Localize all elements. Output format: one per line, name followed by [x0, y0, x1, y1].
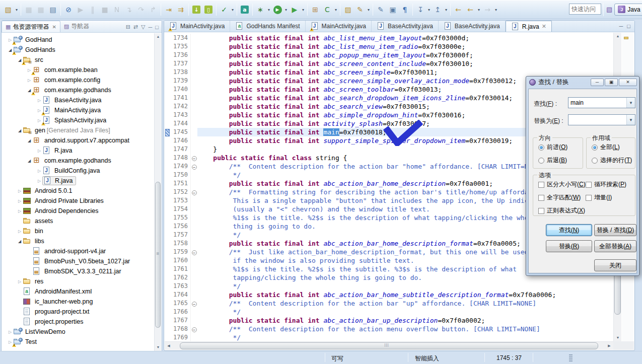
code-text[interactable]: public static final int abc_list_menu_it…: [197, 42, 613, 51]
check-unchecked-icon[interactable]: [586, 195, 592, 201]
code-line-1738[interactable]: 1738 public static final int abc_screen_…: [165, 68, 613, 77]
use-step-filters-button[interactable]: ⇉: [175, 4, 187, 16]
editor-tab-r-java[interactable]: JR.java✕: [506, 21, 552, 32]
scrollbar-thumb[interactable]: [155, 182, 161, 328]
marker-bar[interactable]: [165, 154, 170, 162]
check-unchecked-icon[interactable]: [586, 182, 592, 188]
new-wizard-dropdown-icon[interactable]: ▾: [14, 8, 19, 12]
new-java-project-button[interactable]: ⊞: [309, 4, 321, 16]
find-button[interactable]: 查找(N): [546, 224, 592, 236]
code-line-1767[interactable]: 1767 public static final int abc_action_…: [165, 316, 613, 325]
tree-item-com-example-godhands[interactable]: ◢⊞com.example.godhands: [2, 85, 154, 95]
code-line-1764[interactable]: 1764 public static final int abc_action_…: [165, 290, 613, 299]
expander-closed-icon[interactable]: ▷: [17, 279, 23, 284]
next-annotation-button[interactable]: ↧: [414, 4, 426, 16]
chevron-down-icon[interactable]: ▼: [626, 98, 635, 108]
maximize-icon[interactable]: □: [627, 23, 630, 29]
run-android-lint-button[interactable]: ✓: [218, 4, 230, 16]
code-line-1768[interactable]: 1768− /** Content description for the ac…: [165, 325, 613, 333]
marker-bar[interactable]: [165, 256, 170, 265]
tree-item-baseactivity-java[interactable]: ▷JBaseActivity.java: [2, 95, 154, 105]
scope-option-0[interactable]: 全部(L): [592, 143, 620, 152]
code-line-1736[interactable]: 1736 public static final int abc_popup_m…: [165, 51, 613, 59]
fold-collapse-icon[interactable]: −: [191, 188, 197, 196]
sidebar-scrollbar[interactable]: ▲ ▼: [154, 33, 161, 351]
step-return-button[interactable]: ↱: [147, 4, 159, 16]
marker-bar[interactable]: [165, 77, 170, 85]
fold-collapse-icon[interactable]: −: [191, 248, 197, 256]
previous-annotation-button[interactable]: ↥: [432, 4, 444, 16]
chevron-down-icon[interactable]: ▼: [626, 115, 635, 125]
radio-unchecked-icon[interactable]: [592, 158, 598, 164]
code-text[interactable]: /** Content description for the action m…: [197, 325, 613, 333]
marker-bar[interactable]: [165, 205, 170, 213]
tree-item-r-java[interactable]: ▷JR.java: [2, 176, 154, 186]
dialog-minimize-button[interactable]: ─: [591, 79, 604, 86]
code-text[interactable]: */: [197, 282, 613, 290]
tree-item-com-example-bean[interactable]: ▷⊞com.example.bean: [2, 65, 154, 75]
forward-button[interactable]: →: [481, 4, 493, 16]
code-text[interactable]: */: [197, 308, 613, 316]
expander-closed-icon[interactable]: ▷: [36, 98, 42, 103]
code-text[interactable]: public static final int abc_action_bar_u…: [197, 316, 613, 325]
option-checkbox-1[interactable]: 循环搜索(P): [586, 180, 626, 189]
expander-closed-icon[interactable]: ▷: [36, 169, 42, 173]
marker-bar[interactable]: [165, 196, 170, 205]
expander-closed-icon[interactable]: ▷: [36, 179, 42, 183]
radio-checked-icon[interactable]: [538, 144, 544, 151]
expander-closed-icon[interactable]: ▷: [17, 189, 23, 193]
tree-item-godhand[interactable]: ▷GodHand: [2, 35, 154, 45]
debug-dropdown-icon[interactable]: ▾: [266, 8, 271, 12]
marker-bar[interactable]: [165, 102, 170, 111]
editor-tab-baseactivity-java[interactable]: JBaseActivity.java: [439, 21, 506, 32]
close-icon[interactable]: ✕: [542, 23, 546, 30]
android-virtual-device-manager-button[interactable]: ▯: [202, 4, 215, 16]
scrollbar-thumb[interactable]: [180, 342, 598, 349]
marker-bar[interactable]: [165, 316, 170, 325]
marker-bar[interactable]: [165, 265, 170, 273]
editor-horizontal-scrollbar[interactable]: ◀ ▶: [165, 341, 613, 350]
back-button[interactable]: ←: [464, 4, 476, 16]
statusbar-grip[interactable]: [569, 354, 573, 361]
fold-collapse-icon[interactable]: −: [191, 162, 197, 171]
tree-item-ic-launcher-web-png[interactable]: ic_launcher-web.png: [2, 297, 154, 307]
find-combobox[interactable]: main ▼: [568, 97, 635, 108]
editor-tab-godhands-manifest[interactable]: aGodHands Manifest: [230, 21, 305, 32]
tree-item-gen[interactable]: ◢⊞gen [Generated Java Files]: [2, 125, 154, 135]
tree-item-proguard-project-txt[interactable]: proguard-project.txt: [2, 307, 154, 317]
marker-bar[interactable]: [165, 59, 170, 68]
marker-bar[interactable]: [165, 51, 170, 59]
minimize-icon[interactable]: ─: [149, 24, 153, 30]
marker-bar[interactable]: [165, 213, 170, 222]
marker-bar[interactable]: [165, 85, 170, 94]
tab-navigator[interactable]: ▨ 导航器: [60, 21, 93, 32]
overview-warning-marker[interactable]: [624, 37, 628, 39]
code-line-1737[interactable]: 1737 public static final int abc_screen_…: [165, 59, 613, 68]
terminate-button[interactable]: ■: [99, 4, 111, 16]
quick-access-input[interactable]: [569, 4, 601, 15]
radio-checked-icon[interactable]: [592, 144, 598, 151]
scroll-right-icon[interactable]: ▶: [605, 342, 613, 350]
code-text[interactable]: public static final int abc_screen_conte…: [197, 59, 613, 68]
marker-bar[interactable]: [165, 136, 170, 145]
code-text[interactable]: public static final int abc_popup_menu_i…: [197, 51, 613, 59]
code-text[interactable]: */: [197, 333, 613, 341]
tree-item-android-5-0-1[interactable]: ▷Android 5.0.1: [2, 186, 154, 196]
expander-closed-icon[interactable]: ▷: [17, 209, 23, 213]
find-value[interactable]: main: [568, 99, 626, 106]
expander-open-icon[interactable]: ◢: [17, 128, 23, 133]
fold-collapse-icon[interactable]: −: [191, 154, 197, 162]
dialog-titlebar[interactable]: 查找 / 替换 ─ ▣ ✕: [526, 77, 639, 88]
tree-item-r-java[interactable]: ▷JR.java: [2, 145, 154, 156]
tree-item-android-dependencies[interactable]: ▷Android Dependencies: [2, 206, 154, 216]
marker-bar[interactable]: [165, 282, 170, 290]
run-button[interactable]: ▶: [271, 4, 283, 16]
mark-occurrences-button[interactable]: ✎: [354, 4, 366, 16]
tree-item-mainactivity-java[interactable]: ▷JMainActivity.java: [2, 105, 154, 115]
step-over-button[interactable]: ↷: [135, 4, 147, 16]
marker-bar[interactable]: [165, 222, 170, 231]
marker-bar[interactable]: [165, 145, 170, 154]
option-checkbox-0[interactable]: 区分大小写(C): [538, 180, 586, 189]
marker-bar[interactable]: [165, 111, 170, 119]
direction-option-1[interactable]: 后退(B): [538, 156, 567, 165]
